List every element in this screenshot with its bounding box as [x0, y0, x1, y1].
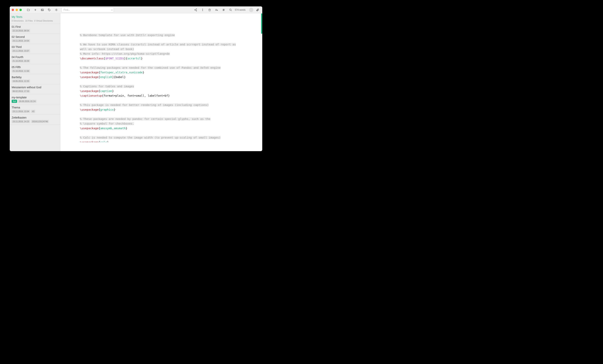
code-line: \captionsetup{format=plain, font=small, … — [80, 93, 243, 98]
code-line — [80, 112, 243, 117]
file-meta: 21.10.2018, 11:58 — [12, 69, 58, 73]
word-count: 574 words — [235, 9, 245, 11]
file-date: 23.11.2018, 15:07 — [12, 49, 30, 52]
sidebar: My Texts 0 Directories 10 Files 0 Virtua… — [10, 13, 60, 151]
file-item[interactable]: my-templateTeX26.05.2019, 01:24 — [10, 94, 60, 104]
file-date: 21.10.2018, 16:29 — [12, 59, 30, 63]
code-line: % Calc is needed to compute the image wi… — [80, 135, 243, 140]
code-line: % \square symbol for checkboxes. — [80, 121, 243, 126]
file-title: 01 First — [12, 25, 58, 28]
editor-wrap: % Barebone template for use with Zettlr … — [60, 13, 262, 151]
code-line — [80, 37, 243, 42]
share-button[interactable] — [193, 7, 198, 13]
stat-directories: 0 Directories — [12, 20, 24, 22]
code-line — [80, 61, 243, 65]
stat-files: 10 Files — [25, 20, 33, 22]
app-window: × 574 words My Texts — [10, 6, 262, 151]
magnify-button[interactable] — [228, 7, 233, 13]
settings-button[interactable] — [54, 7, 59, 13]
file-type-badge: TeX — [12, 100, 17, 103]
new-file-button[interactable] — [33, 7, 38, 13]
workspace-stats: 0 Directories 10 Files 0 Virtual Directo… — [12, 20, 58, 22]
font-button[interactable] — [214, 7, 219, 13]
file-item[interactable]: Zettelkasten23.11.2018, 14:2320181123124… — [10, 114, 60, 125]
text-cursor-button[interactable] — [200, 7, 205, 13]
file-date: 23.11.2018, 14:23 — [12, 120, 30, 123]
trash-button[interactable] — [207, 7, 212, 13]
file-meta: 23.11.2018, 14:2320181123124746 — [12, 120, 58, 123]
file-id-badge: 20181123124746 — [31, 120, 49, 123]
file-item[interactable]: Bartleby19.05.2019, 12:25 — [10, 74, 60, 84]
file-title: 02 Second — [12, 35, 58, 38]
code-line: \usepackage{calc} — [80, 140, 243, 142]
code-line — [80, 79, 243, 84]
code-line: \usepackage{caption} — [80, 89, 243, 93]
code-line: % Barebone template for use with Zettlr … — [80, 33, 243, 37]
code-line: \usepackage{graphicx} — [80, 107, 243, 112]
file-meta: 23.11.2018, 14:54 — [12, 39, 58, 42]
file-title: my-template — [12, 96, 58, 99]
file-title: Zettelkasten — [12, 116, 58, 119]
file-title: Thema — [12, 106, 58, 109]
search-input[interactable] — [61, 7, 114, 12]
file-date: 26.05.2019, 01:24 — [18, 100, 36, 103]
code-line: \documentclass[$FONT_SIZE$]{scrartcl} — [80, 56, 243, 61]
code-line: % Captions for tables and images — [80, 84, 243, 89]
hash-button[interactable] — [221, 7, 226, 13]
file-title: 03 Third — [12, 45, 58, 48]
code-line: \usepackage[english]{babel} — [80, 75, 243, 79]
file-item[interactable]: 05 Fifth21.10.2018, 11:58 — [10, 64, 60, 74]
sidebar-header: My Texts 0 Directories 10 Files 0 Virtua… — [10, 13, 60, 23]
file-meta: 06.02.2019, 17:10 — [12, 90, 58, 93]
open-folder-button[interactable] — [26, 7, 31, 13]
code-line: % This package is needed for better rend… — [80, 103, 243, 107]
file-date: 22.10.2018, 08:54 — [12, 29, 30, 32]
file-item[interactable]: 01 First22.10.2018, 08:54 — [10, 23, 60, 33]
file-item[interactable]: 03 Third23.11.2018, 15:07 — [10, 44, 60, 54]
svg-point-2 — [48, 9, 49, 9]
attachment-button[interactable] — [255, 7, 260, 13]
code-line: % More info: https://ctan.org/pkg/koma-s… — [80, 51, 243, 56]
file-meta: 23.11.2018, 15:07 — [12, 49, 58, 52]
app-body: My Texts 0 Directories 10 Files 0 Virtua… — [10, 13, 262, 151]
svg-point-3 — [56, 10, 57, 10]
tag-button[interactable] — [47, 7, 52, 13]
editor[interactable]: % Barebone template for use with Zettlr … — [60, 13, 262, 151]
code-line: \usepackage{fontspec,xltxtra,xunicode} — [80, 70, 243, 75]
window-controls — [12, 9, 22, 11]
file-meta: 21.10.2018, 16:29 — [12, 59, 58, 63]
file-id-badge: #3 — [31, 110, 35, 113]
file-date: 23.11.2018, 13:34 — [12, 110, 30, 113]
search-wrap: × — [61, 7, 114, 12]
avatar[interactable] — [249, 8, 253, 12]
code-line: % The following packages are needed for … — [80, 65, 243, 70]
maximize-window-button[interactable] — [19, 9, 22, 11]
svg-point-7 — [230, 9, 231, 11]
file-meta: 19.05.2019, 12:25 — [12, 79, 58, 83]
image-button[interactable] — [40, 7, 45, 13]
file-list: 01 First22.10.2018, 08:5402 Second23.11.… — [10, 23, 60, 125]
file-item[interactable]: 02 Second23.11.2018, 14:54 — [10, 33, 60, 44]
toolbar: × 574 words — [10, 6, 262, 13]
file-date: 06.02.2019, 17:10 — [12, 90, 30, 93]
file-title: 04 Fourth — [12, 55, 58, 59]
file-meta: 22.10.2018, 08:54 — [12, 29, 58, 32]
stat-virtual: 0 Virtual Directories — [34, 20, 53, 22]
file-title: Messianism without God — [12, 86, 58, 89]
close-window-button[interactable] — [12, 9, 14, 11]
file-item[interactable]: Thema23.11.2018, 13:34#3 — [10, 104, 60, 114]
file-title: 05 Fifth — [12, 66, 58, 69]
file-item[interactable]: 04 Fourth21.10.2018, 16:29 — [10, 54, 60, 64]
file-date: 21.10.2018, 11:58 — [12, 69, 30, 73]
minimize-window-button[interactable] — [16, 9, 18, 11]
workspace-title: My Texts — [12, 15, 58, 18]
file-item[interactable]: Messianism without God06.02.2019, 17:10 — [10, 84, 60, 94]
svg-rect-0 — [41, 9, 44, 11]
code-line: % We have to use KOMA classes (scrartcl … — [80, 42, 243, 51]
file-meta: TeX26.05.2019, 01:24 — [12, 100, 58, 103]
file-title: Bartleby — [12, 76, 58, 79]
file-date: 23.11.2018, 14:54 — [12, 39, 30, 42]
clear-search-icon[interactable]: × — [111, 8, 113, 11]
code-line — [80, 131, 243, 135]
code-line: \usepackage{amssymb,amsmath} — [80, 126, 243, 131]
